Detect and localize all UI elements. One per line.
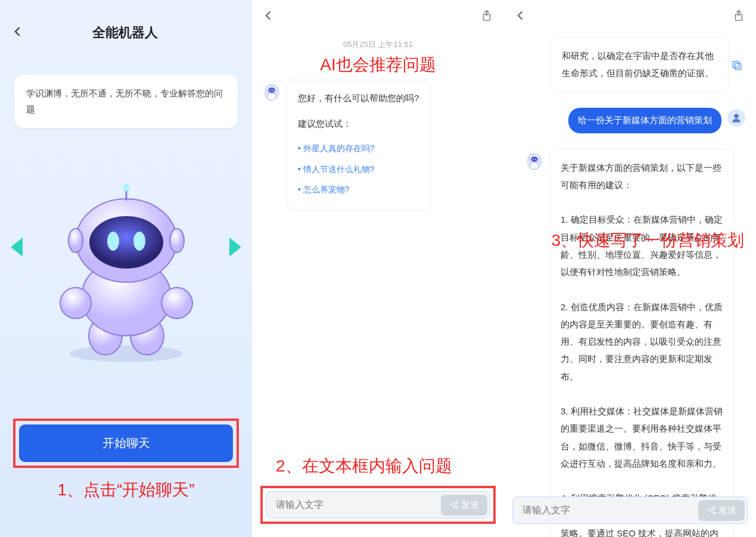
svg-point-20 bbox=[267, 93, 276, 101]
back-icon[interactable] bbox=[515, 8, 527, 25]
svg-point-0 bbox=[70, 345, 183, 362]
panel-suggestions: 05月25日 上午11:51 AI也会推荐问题 您好，有什么可以帮助您的吗? 建… bbox=[252, 0, 504, 537]
suggestion-link[interactable]: 外星人真的存在吗? bbox=[298, 138, 419, 159]
suggestion-link[interactable]: 怎么养宠物? bbox=[298, 179, 419, 200]
svg-point-13 bbox=[170, 229, 184, 252]
svg-point-27 bbox=[531, 156, 538, 161]
send-button[interactable]: 发送 bbox=[441, 495, 487, 516]
user-message-row: 给一份关于新媒体方面的营销策划 bbox=[515, 108, 745, 133]
header bbox=[252, 0, 504, 33]
message-input[interactable] bbox=[522, 505, 698, 516]
annotation-step2: 2、在文本框内输入问题 bbox=[276, 455, 452, 477]
try-label: 建议您试试： bbox=[298, 115, 419, 133]
send-label: 发送 bbox=[718, 505, 736, 516]
bot-bubble: 和研究，以确定在宇宙中是否存在其他生命形式，但目前仍缺乏确凿的证据。 bbox=[550, 37, 729, 92]
svg-point-12 bbox=[69, 229, 83, 252]
user-bubble: 给一份关于新媒体方面的营销策划 bbox=[568, 108, 721, 133]
svg-point-19 bbox=[272, 89, 273, 90]
annotation-step3: 3、快速写了一份营销策划 bbox=[551, 229, 744, 252]
suggestion-link[interactable]: 情人节送什么礼物? bbox=[298, 159, 419, 180]
robot-icon bbox=[49, 184, 204, 363]
send-button[interactable]: 发送 bbox=[698, 500, 745, 521]
svg-point-24 bbox=[734, 114, 739, 118]
back-icon[interactable] bbox=[12, 24, 24, 41]
input-bar: 发送 bbox=[266, 491, 490, 519]
svg-point-29 bbox=[535, 158, 536, 160]
bot-avatar-icon bbox=[525, 152, 543, 170]
back-icon[interactable] bbox=[263, 8, 275, 25]
svg-point-30 bbox=[530, 162, 539, 169]
panel-result: 和研究，以确定在宇宙中是否存在其他生命形式，但目前仍缺乏确凿的证据。 给一份关于… bbox=[504, 0, 756, 537]
greeting-text: 您好，有什么可以帮助您的吗? bbox=[298, 90, 419, 107]
user-avatar-icon bbox=[727, 109, 745, 127]
svg-rect-23 bbox=[733, 61, 739, 67]
svg-point-28 bbox=[533, 158, 534, 160]
share-icon[interactable] bbox=[732, 9, 745, 24]
share-icon[interactable] bbox=[480, 9, 493, 24]
svg-point-4 bbox=[60, 288, 91, 319]
robot-illustration bbox=[0, 128, 252, 419]
send-label: 发送 bbox=[461, 499, 479, 511]
bot-message-row: 您好，有什么可以帮助您的吗? 建议您试试： 外星人真的存在吗? 情人节送什么礼物… bbox=[252, 76, 504, 214]
svg-point-7 bbox=[89, 216, 163, 268]
header: 全能机器人 bbox=[0, 0, 252, 57]
svg-point-11 bbox=[123, 184, 130, 191]
input-bar: 发送 bbox=[512, 497, 748, 524]
chat-scroll: 和研究，以确定在宇宙中是否存在其他生命形式，但目前仍缺乏确凿的证据。 给一份关于… bbox=[504, 33, 756, 537]
annotation-step1: 1、点击“开始聊天” bbox=[0, 479, 252, 501]
bot-bubble: 您好，有什么可以帮助您的吗? 建议您试试： 外星人真的存在吗? 情人节送什么礼物… bbox=[287, 80, 430, 210]
timestamp: 05月25日 上午11:51 bbox=[252, 39, 504, 50]
annotation-suggest: AI也会推荐问题 bbox=[252, 54, 504, 76]
bot-message-row: 和研究，以确定在宇宙中是否存在其他生命形式，但目前仍缺乏确凿的证据。 bbox=[540, 33, 745, 96]
svg-point-17 bbox=[268, 88, 275, 93]
copy-icon[interactable] bbox=[731, 60, 743, 74]
svg-rect-22 bbox=[735, 64, 741, 70]
bot-avatar-icon bbox=[263, 83, 281, 101]
message-input[interactable] bbox=[276, 499, 441, 510]
start-button-highlight: 开始聊天 bbox=[13, 419, 239, 468]
svg-point-9 bbox=[133, 232, 145, 251]
page-title: 全能机器人 bbox=[24, 24, 226, 42]
intro-text: 学识渊博，无所不通，无所不晓，专业解答您的问题 bbox=[14, 74, 238, 128]
bot-bubble: 关于新媒体方面的营销策划，以下是一些可能有用的建议： 1. 确定目标受众：在新媒… bbox=[549, 149, 735, 538]
svg-point-18 bbox=[270, 89, 271, 90]
start-chat-button[interactable]: 开始聊天 bbox=[19, 424, 233, 462]
bot-message-row: 关于新媒体方面的营销策划，以下是一些可能有用的建议： 1. 确定目标受众：在新媒… bbox=[515, 145, 745, 538]
send-icon bbox=[449, 500, 459, 510]
header bbox=[504, 0, 756, 33]
input-highlight: 发送 bbox=[260, 486, 496, 524]
carousel-next-icon[interactable] bbox=[229, 238, 241, 257]
send-icon bbox=[707, 505, 716, 515]
carousel-prev-icon[interactable] bbox=[11, 238, 23, 257]
panel-intro: 全能机器人 学识渊博，无所不通，无所不晓，专业解答您的问题 bbox=[0, 0, 252, 537]
svg-point-5 bbox=[161, 288, 192, 319]
svg-point-8 bbox=[107, 232, 119, 251]
input-area: 发送 bbox=[512, 497, 748, 524]
